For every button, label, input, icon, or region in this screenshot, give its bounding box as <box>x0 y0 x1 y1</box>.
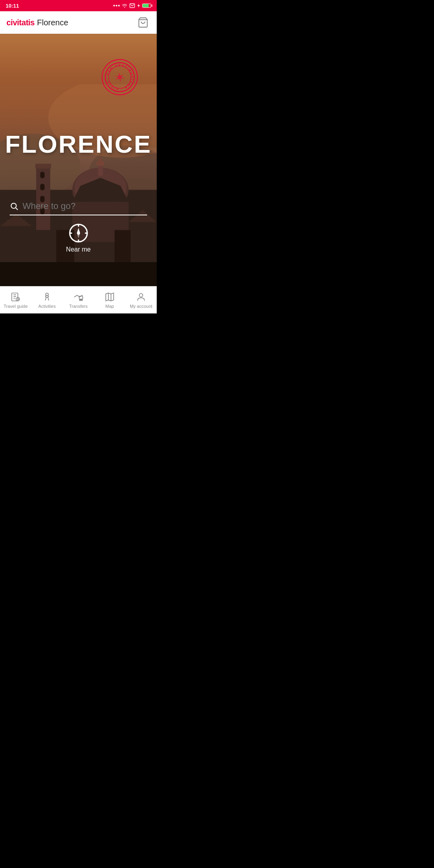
activities-icon <box>42 292 52 302</box>
search-icon <box>10 202 18 211</box>
map-icon <box>104 292 115 302</box>
svg-marker-33 <box>77 233 80 238</box>
nav-my-account[interactable]: My account <box>125 289 157 312</box>
svg-point-43 <box>139 293 143 297</box>
nav-travel-guide[interactable]: Travel guide <box>0 289 31 312</box>
wifi-icon <box>122 3 127 8</box>
stamp-svg: TOP DESTINATIONS · CIVITATIS · <box>101 58 139 96</box>
near-me-button[interactable]: Near me <box>66 223 90 253</box>
svg-rect-0 <box>130 4 135 8</box>
nav-activities-label: Activities <box>38 304 55 309</box>
status-time: 10:11 <box>6 3 19 9</box>
near-me-label: Near me <box>66 246 90 253</box>
status-bar: 10:11 <box>0 0 157 11</box>
svg-marker-32 <box>77 228 80 233</box>
hero-city-title: FLORENCE <box>0 130 157 158</box>
search-input[interactable] <box>23 201 147 211</box>
nav-map[interactable]: Map <box>94 289 125 312</box>
svg-rect-34 <box>12 293 18 301</box>
logo-city: Florence <box>37 18 68 27</box>
app-header: civitatis Florence <box>0 11 157 34</box>
status-icons <box>113 3 151 8</box>
cart-icon <box>137 17 149 28</box>
svg-point-39 <box>81 299 82 300</box>
svg-point-36 <box>46 293 49 296</box>
nav-transfers[interactable]: Transfers <box>63 289 94 312</box>
nav-my-account-label: My account <box>130 304 152 309</box>
cart-button[interactable] <box>136 15 150 30</box>
travel-guide-icon <box>10 292 21 302</box>
svg-marker-40 <box>106 293 114 301</box>
nav-transfers-label: Transfers <box>69 304 88 309</box>
notification-icon <box>129 3 135 8</box>
svg-point-38 <box>80 299 81 300</box>
nav-activities[interactable]: Activities <box>31 289 63 312</box>
bolt-icon <box>137 3 140 8</box>
nav-map-label: Map <box>105 304 114 309</box>
svg-text:TOP DESTINATIONS · CIVITATIS ·: TOP DESTINATIONS · CIVITATIS · <box>101 58 136 93</box>
my-account-icon <box>136 292 146 302</box>
logo-civitatis: civitatis <box>6 18 35 27</box>
compass-icon <box>68 223 89 244</box>
nav-travel-guide-label: Travel guide <box>4 304 28 309</box>
hero-section: TOP DESTINATIONS · CIVITATIS · FLORENCE … <box>0 34 157 286</box>
transfers-icon <box>73 292 84 302</box>
logo: civitatis Florence <box>6 18 68 27</box>
search-container <box>0 201 157 215</box>
signal-dots-icon <box>113 5 120 6</box>
svg-point-28 <box>11 203 16 209</box>
search-bar[interactable] <box>10 201 147 215</box>
svg-line-29 <box>16 208 18 210</box>
battery-icon <box>142 4 151 8</box>
bottom-navigation: Travel guide Activities Transfers Map <box>0 286 157 313</box>
